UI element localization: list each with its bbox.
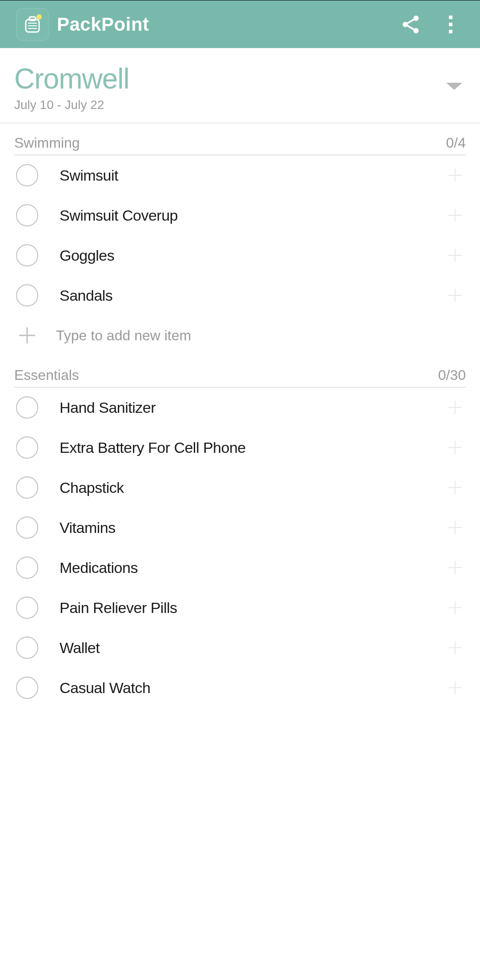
svg-line-9: [408, 20, 414, 23]
add-item-input[interactable]: [56, 327, 464, 344]
section-header: Essentials0/30: [14, 367, 466, 387]
item-label[interactable]: Medications: [60, 559, 446, 577]
increment-button[interactable]: [446, 479, 464, 496]
checkbox-circle[interactable]: [16, 244, 38, 266]
section-count: 0/30: [438, 367, 466, 383]
increment-button[interactable]: [446, 599, 464, 617]
list-item: Sandals: [14, 275, 466, 315]
list-item: Wallet: [14, 628, 466, 668]
section-count: 0/4: [446, 135, 466, 151]
checkbox-circle[interactable]: [16, 436, 38, 459]
list-item: Extra Battery For Cell Phone: [14, 427, 466, 468]
section-header: Swimming0/4: [14, 135, 466, 155]
trip-header[interactable]: Cromwell July 10 - July 22: [0, 48, 480, 123]
item-label[interactable]: Swimsuit Coverup: [60, 207, 446, 224]
list-item: Swimsuit: [14, 155, 466, 195]
checkbox-circle[interactable]: [16, 396, 38, 419]
item-label[interactable]: Casual Watch: [60, 679, 446, 697]
checkbox-circle[interactable]: [16, 637, 38, 659]
list-item: Casual Watch: [14, 668, 466, 708]
share-icon: [400, 14, 421, 35]
svg-rect-2: [29, 17, 36, 20]
item-label[interactable]: Extra Battery For Cell Phone: [60, 439, 446, 456]
chevron-down-icon: [445, 81, 463, 92]
checkbox-circle[interactable]: [16, 597, 38, 619]
plus-icon: [448, 640, 463, 655]
list-item: Vitamins: [14, 508, 466, 548]
increment-button[interactable]: [446, 439, 464, 456]
app-icon: [16, 8, 49, 41]
svg-rect-13: [449, 30, 452, 33]
increment-button[interactable]: [446, 286, 464, 304]
checkbox-circle[interactable]: [16, 516, 38, 539]
item-label[interactable]: Chapstick: [60, 479, 446, 496]
item-label[interactable]: Wallet: [60, 639, 446, 657]
trip-dropdown-arrow[interactable]: [445, 81, 463, 93]
svg-point-8: [413, 28, 419, 33]
increment-button[interactable]: [446, 206, 464, 224]
list-item: Chapstick: [14, 468, 466, 508]
item-label[interactable]: Pain Reliever Pills: [60, 599, 446, 617]
plus-icon: [448, 400, 463, 415]
list-item: Medications: [14, 548, 466, 588]
list-item: Goggles: [14, 235, 466, 275]
checkbox-circle[interactable]: [16, 677, 38, 699]
svg-line-10: [408, 26, 414, 29]
add-item-plus[interactable]: [16, 324, 38, 347]
plus-icon: [448, 248, 463, 263]
item-label[interactable]: Swimsuit: [60, 167, 446, 184]
section-title: Swimming: [14, 135, 446, 151]
trip-dates: July 10 - July 22: [14, 98, 445, 112]
plus-icon: [448, 520, 463, 535]
checkbox-circle[interactable]: [16, 164, 38, 186]
item-label[interactable]: Vitamins: [60, 519, 446, 536]
plus-icon: [448, 600, 463, 615]
section-title: Essentials: [14, 367, 438, 383]
list-item: Hand Sanitizer: [14, 387, 466, 427]
app-title: PackPoint: [57, 14, 149, 35]
section: Swimming0/4SwimsuitSwimsuit CoverupGoggl…: [0, 123, 480, 355]
plus-icon: [448, 480, 463, 495]
plus-icon: [448, 560, 463, 575]
increment-button[interactable]: [446, 559, 464, 577]
plus-icon: [17, 326, 37, 345]
increment-button[interactable]: [446, 399, 464, 416]
svg-rect-12: [449, 23, 452, 26]
svg-rect-11: [449, 16, 452, 19]
section: Essentials0/30Hand SanitizerExtra Batter…: [0, 355, 480, 708]
increment-button[interactable]: [446, 246, 464, 264]
item-label[interactable]: Goggles: [60, 247, 446, 264]
add-item-row: [14, 315, 466, 355]
plus-icon: [448, 208, 463, 223]
plus-icon: [448, 440, 463, 455]
svg-marker-14: [446, 83, 462, 90]
item-label[interactable]: Hand Sanitizer: [60, 399, 446, 416]
increment-button[interactable]: [446, 166, 464, 184]
checkbox-circle[interactable]: [16, 476, 38, 499]
trip-name: Cromwell: [14, 62, 445, 95]
app-bar: PackPoint: [0, 0, 480, 48]
checkbox-circle[interactable]: [16, 557, 38, 579]
plus-icon: [448, 168, 463, 183]
plus-icon: [448, 288, 463, 303]
list-item: Swimsuit Coverup: [14, 195, 466, 235]
increment-button[interactable]: [446, 679, 464, 697]
svg-point-6: [413, 16, 419, 21]
item-label[interactable]: Sandals: [60, 287, 446, 304]
plus-icon: [448, 680, 463, 695]
increment-button[interactable]: [446, 519, 464, 536]
list-item: Pain Reliever Pills: [14, 588, 466, 628]
share-button[interactable]: [395, 8, 427, 40]
more-vert-icon: [448, 15, 453, 34]
overflow-menu-button[interactable]: [435, 8, 467, 40]
increment-button[interactable]: [446, 639, 464, 657]
checkbox-circle[interactable]: [16, 284, 38, 307]
checkbox-circle[interactable]: [16, 204, 38, 226]
svg-point-7: [403, 22, 408, 27]
svg-point-0: [36, 14, 42, 20]
